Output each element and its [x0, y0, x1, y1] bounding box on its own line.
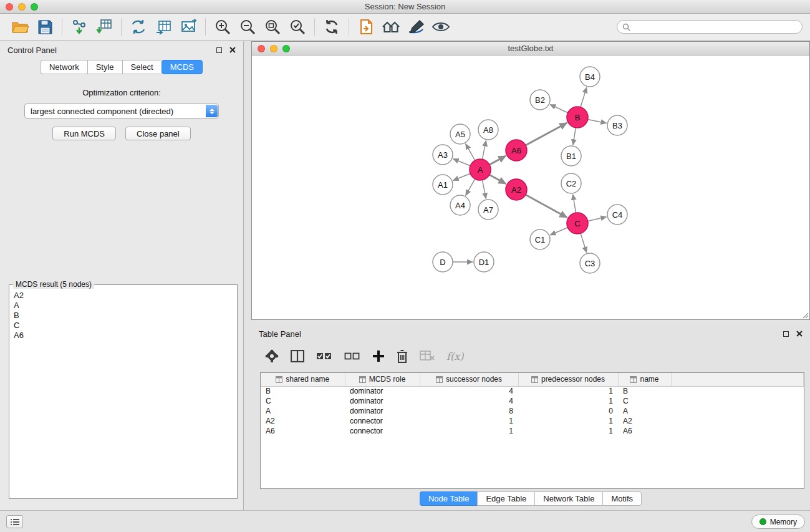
graph-node-A7[interactable]: A7 — [478, 200, 498, 220]
network-minimize-button[interactable] — [270, 45, 277, 52]
tab-select[interactable]: Select — [122, 60, 162, 74]
graph-node-C[interactable]: C — [567, 213, 588, 234]
edge-B-B4[interactable] — [581, 87, 587, 107]
show-hide-icon[interactable] — [428, 16, 453, 37]
function-builder-button[interactable]: f(x) — [446, 348, 463, 364]
table-cell[interactable]: dominator — [345, 386, 420, 396]
table-cell[interactable]: A2 — [618, 416, 671, 426]
table-row[interactable]: Bdominator41B — [261, 386, 804, 396]
network-close-button[interactable] — [258, 45, 265, 52]
table-cell[interactable]: A6 — [261, 426, 345, 436]
new-table-icon[interactable] — [151, 16, 176, 37]
graph-node-C1[interactable]: C1 — [530, 230, 550, 249]
table-cell[interactable]: 1 — [518, 426, 618, 436]
close-table-panel-icon[interactable] — [796, 331, 803, 337]
mcds-result-item[interactable]: C — [14, 321, 233, 331]
column-header-name[interactable]: name — [618, 373, 671, 386]
zoom-fit-icon[interactable] — [260, 16, 285, 37]
network-canvas[interactable]: B4B2BB3A5A8A6B1A3AC2A1A2A4A7C4CC1C3DD1 — [252, 56, 809, 319]
table-cell[interactable]: B — [261, 386, 345, 396]
memory-button[interactable]: Memory — [751, 515, 805, 529]
home-icon[interactable] — [378, 16, 403, 37]
edge-C-C2[interactable] — [573, 195, 576, 213]
open-in-browser-icon[interactable] — [354, 16, 378, 37]
save-session-icon[interactable] — [32, 16, 57, 37]
edge-A-A2[interactable] — [489, 175, 506, 184]
wizard-icon[interactable] — [403, 16, 428, 37]
optimization-criterion-dropdown[interactable]: largest connected component (directed) — [24, 104, 219, 118]
edge-B-B1[interactable] — [573, 128, 576, 145]
table-row[interactable]: Adominator80A — [261, 406, 804, 416]
table-cell[interactable]: 1 — [420, 426, 518, 436]
edge-C-C1[interactable] — [551, 228, 568, 235]
graph-node-A1[interactable]: A1 — [433, 175, 453, 195]
tab-mcds[interactable]: MCDS — [162, 60, 203, 74]
graph-node-A8[interactable]: A8 — [478, 120, 498, 140]
table-cell[interactable]: 0 — [518, 406, 618, 416]
edge-A6-B[interactable] — [526, 123, 567, 145]
edge-A-A8[interactable] — [482, 141, 486, 160]
table-cell[interactable]: A — [618, 406, 671, 416]
table-cell[interactable]: 4 — [420, 396, 518, 406]
graph-node-A[interactable]: A — [470, 159, 491, 180]
graph-node-C3[interactable]: C3 — [580, 253, 600, 273]
zoom-selected-icon[interactable] — [285, 16, 310, 37]
close-panel-icon[interactable] — [229, 47, 236, 53]
table-cell[interactable]: 1 — [518, 386, 618, 396]
graph-node-B[interactable]: B — [567, 107, 588, 128]
table-cell[interactable]: connector — [345, 416, 420, 426]
close-panel-button[interactable]: Close panel — [125, 127, 191, 140]
import-network-from-file-icon[interactable] — [67, 16, 92, 37]
graph-node-A3[interactable]: A3 — [433, 145, 453, 165]
table-cell[interactable]: B — [618, 386, 671, 396]
column-header-shared-name[interactable]: shared name — [261, 373, 345, 386]
edge-A-A1[interactable] — [453, 173, 471, 180]
mcds-result-item[interactable]: A2 — [14, 291, 233, 301]
table-cell[interactable]: C — [261, 396, 345, 406]
unselect-all-icon[interactable] — [344, 348, 360, 364]
edge-A-A6[interactable] — [489, 156, 506, 165]
graph-node-B1[interactable]: B1 — [561, 146, 581, 166]
table-cell[interactable]: 8 — [420, 406, 518, 416]
table-cell[interactable]: dominator — [345, 406, 420, 416]
table-row[interactable]: A6connector11A6 — [261, 426, 804, 436]
graph-node-B2[interactable]: B2 — [530, 90, 550, 110]
mcds-result-item[interactable]: B — [14, 311, 233, 321]
edge-A-A5[interactable] — [466, 144, 475, 161]
graph-node-D[interactable]: D — [433, 252, 453, 272]
delete-column-icon[interactable] — [397, 348, 408, 364]
graph-node-A6[interactable]: A6 — [506, 140, 527, 161]
column-header-mcds-role[interactable]: MCDS role — [345, 373, 420, 386]
graph-node-A2[interactable]: A2 — [506, 179, 527, 200]
column-header-successor-nodes[interactable]: successor nodes — [420, 373, 518, 386]
table-cell[interactable]: A6 — [618, 426, 671, 436]
edge-C-C4[interactable] — [588, 217, 607, 221]
table-cell[interactable]: connector — [345, 426, 420, 436]
graph-node-A4[interactable]: A4 — [450, 195, 470, 215]
graph-node-C2[interactable]: C2 — [561, 173, 581, 193]
resize-grip-icon[interactable] — [801, 311, 809, 319]
new-network-icon[interactable] — [126, 16, 151, 37]
edge-B-B2[interactable] — [550, 105, 567, 113]
table-cell[interactable]: A — [261, 406, 345, 416]
tab-edge-table[interactable]: Edge Table — [477, 491, 534, 506]
table-cell[interactable]: 1 — [420, 416, 518, 426]
table-cell[interactable]: 1 — [518, 416, 618, 426]
close-window-button[interactable] — [6, 3, 13, 11]
import-table-from-file-icon[interactable] — [92, 16, 117, 37]
float-table-panel-icon[interactable] — [783, 331, 789, 337]
graph-node-B3[interactable]: B3 — [607, 115, 627, 135]
edge-A-A4[interactable] — [466, 179, 475, 196]
edge-A2-C[interactable] — [526, 195, 567, 218]
table-cell[interactable]: A2 — [261, 416, 345, 426]
table-cell[interactable]: C — [618, 396, 671, 406]
table-cell[interactable]: 4 — [420, 386, 518, 396]
open-session-icon[interactable] — [7, 16, 32, 37]
tab-network-table[interactable]: Network Table — [534, 491, 602, 506]
add-column-icon[interactable] — [372, 348, 385, 364]
export-image-icon[interactable] — [176, 16, 201, 37]
search-input[interactable] — [634, 22, 797, 31]
edge-A-A3[interactable] — [453, 159, 471, 166]
tab-motifs[interactable]: Motifs — [602, 491, 642, 506]
refresh-icon[interactable] — [319, 16, 344, 37]
